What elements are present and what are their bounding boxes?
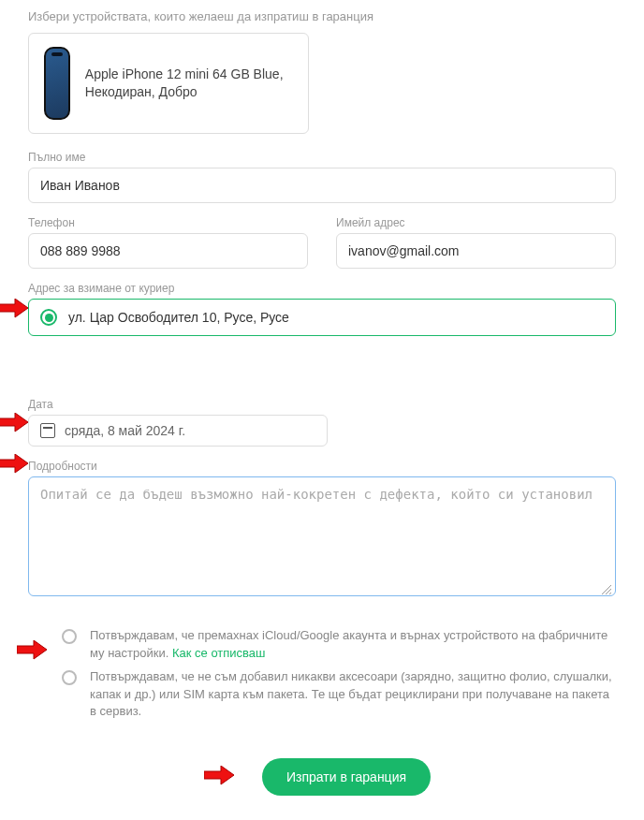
submit-button[interactable]: Изпрати в гаранция — [262, 758, 431, 796]
confirm-item-accessories[interactable]: Потвърждавам, че не съм добавил никакви … — [62, 668, 616, 722]
email-input[interactable] — [336, 233, 616, 269]
full-name-label: Пълно име — [28, 151, 616, 164]
details-textarea[interactable] — [28, 476, 616, 596]
pickup-address-value: ул. Цар Освободител 10, Русе, Русе — [68, 310, 289, 325]
choose-devices-heading: Избери устройствата, които желаеш да изп… — [28, 9, 616, 23]
annotation-arrow-icon — [0, 299, 30, 319]
calendar-icon — [40, 423, 55, 438]
phone-input[interactable] — [28, 233, 308, 269]
pickup-address-option[interactable]: ул. Цар Освободител 10, Русе, Русе — [28, 299, 616, 336]
how-to-unsubscribe-link[interactable]: Как се отписваш — [172, 646, 266, 660]
confirm-text-accessories: Потвърждавам, че не съм добавил никакви … — [90, 668, 616, 722]
confirm-text-icloud: Потвърждавам, че премахнах iCloud/Google… — [90, 627, 616, 663]
device-thumbnail — [44, 47, 70, 120]
phone-label: Телефон — [28, 216, 308, 229]
radio-selected-icon — [40, 309, 57, 326]
device-card[interactable]: Apple iPhone 12 mini 64 GB Blue, Некодир… — [28, 33, 309, 134]
details-label: Подробности — [28, 460, 616, 473]
date-input[interactable]: сряда, 8 май 2024 г. — [28, 415, 328, 447]
annotation-arrow-icon — [17, 640, 49, 661]
full-name-input[interactable] — [28, 168, 616, 203]
radio-empty-icon — [62, 670, 77, 685]
resize-handle-icon[interactable] — [601, 584, 612, 595]
annotation-arrow-icon — [0, 413, 30, 433]
confirm-item-icloud[interactable]: Потвърждавам, че премахнах iCloud/Google… — [62, 627, 616, 663]
pickup-address-label: Адрес за взимане от куриер — [28, 282, 616, 295]
date-label: Дата — [28, 398, 616, 411]
email-label: Имейл адрес — [336, 216, 616, 229]
annotation-arrow-icon — [0, 454, 30, 475]
device-title: Apple iPhone 12 mini 64 GB Blue, Некодир… — [85, 66, 293, 101]
date-value: сряда, 8 май 2024 г. — [65, 423, 185, 438]
radio-empty-icon — [62, 629, 77, 644]
annotation-arrow-icon — [204, 766, 236, 789]
